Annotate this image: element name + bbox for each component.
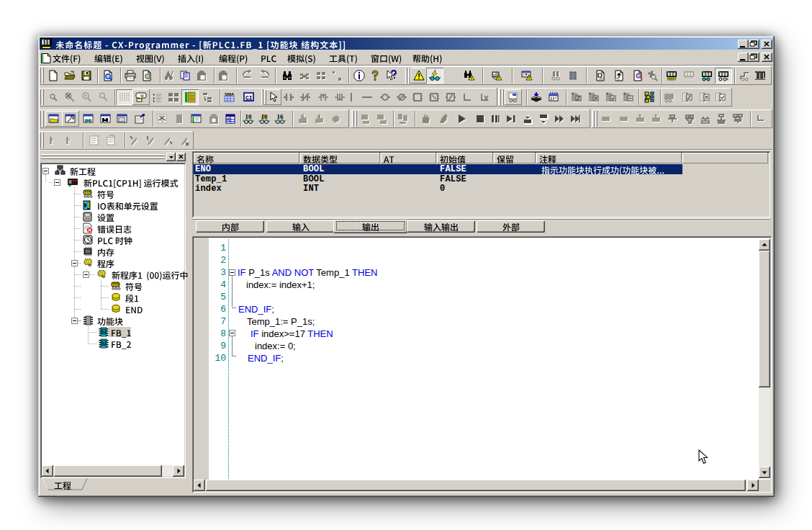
svg-text:002: 002 bbox=[227, 119, 231, 122]
svg-text:16: 16 bbox=[277, 113, 284, 120]
svg-text:S: S bbox=[102, 341, 105, 346]
svg-text:SMA: SMA bbox=[225, 92, 235, 96]
svg-text:10: 10 bbox=[261, 113, 269, 120]
svg-text:S: S bbox=[102, 329, 105, 335]
svg-text:10: 10 bbox=[245, 113, 253, 120]
svg-text:W: W bbox=[140, 94, 144, 98]
